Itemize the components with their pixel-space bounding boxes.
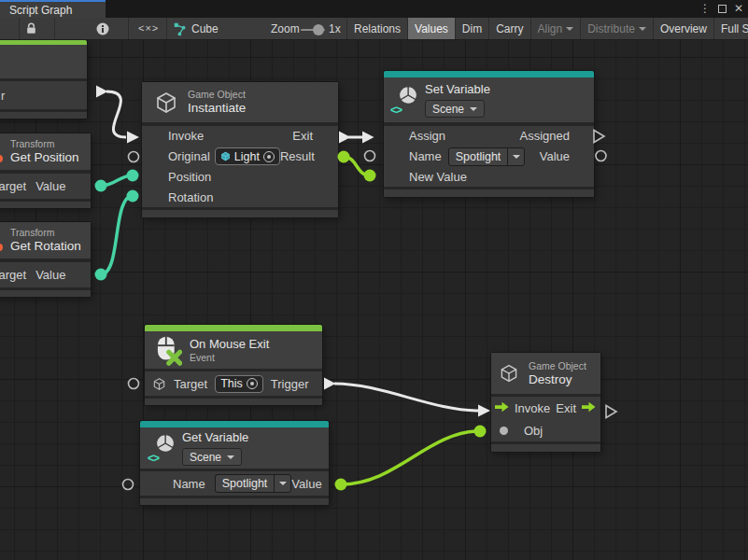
zoom-slider-knob[interactable] xyxy=(313,24,324,35)
window-tab-bar: Script Graph ⋮ ✕ xyxy=(0,0,748,18)
window-menu-icon[interactable]: ⋮ xyxy=(699,2,711,16)
port-target-input-mouseexit[interactable] xyxy=(129,379,139,389)
tab-title: Script Graph xyxy=(9,4,72,17)
variable-accent-bar xyxy=(384,71,594,77)
distribute-button[interactable]: Distribute xyxy=(580,18,653,39)
game-object-cube-icon xyxy=(154,91,178,115)
original-object-field[interactable]: Light xyxy=(215,147,280,165)
wire-exit-to-assign[interactable] xyxy=(339,132,374,144)
node-destroy[interactable]: Game Object Destroy Invoke Exit Obj xyxy=(491,353,600,452)
value-port-label: Value xyxy=(35,268,65,282)
dim-button[interactable]: Dim xyxy=(455,18,488,39)
value-port-label: Value xyxy=(35,179,65,193)
node-title: Destroy xyxy=(529,372,586,387)
target-object-field[interactable]: This xyxy=(215,375,263,393)
chevron-down-icon xyxy=(513,155,520,159)
chevron-down-icon xyxy=(227,455,234,459)
port-value-output-setvariable[interactable] xyxy=(596,151,606,161)
flow-in-arrow-icon xyxy=(495,399,509,416)
chevron-down-icon xyxy=(566,27,573,31)
relations-button[interactable]: Relations xyxy=(346,18,407,39)
align-button[interactable]: Align xyxy=(530,18,581,39)
node-header xyxy=(0,45,87,78)
exit-port-label: Exit xyxy=(292,129,313,143)
port-assigned-output[interactable] xyxy=(594,131,604,143)
zoom-label: Zoom xyxy=(271,22,300,35)
obj-port-label: Obj xyxy=(524,424,543,438)
graph-name[interactable]: Cube xyxy=(191,22,219,35)
variable-brackets-icon: <> xyxy=(148,452,159,465)
assigned-port-label: Assigned xyxy=(520,129,570,143)
node-category: Game Object xyxy=(188,89,246,101)
flow-out-arrow-icon xyxy=(582,399,596,416)
tab-active-indicator xyxy=(0,0,106,2)
original-port-label: Original xyxy=(168,149,210,163)
result-port-label: Result xyxy=(280,149,315,163)
port-name-input-getvariable[interactable] xyxy=(123,480,134,490)
trigger-port-label: Trigger xyxy=(271,377,309,391)
wire-getvariable-to-obj[interactable] xyxy=(335,426,487,491)
node-category: Game Object xyxy=(529,360,586,372)
graph-hierarchy-icon xyxy=(174,22,188,40)
close-icon[interactable]: ✕ xyxy=(734,2,743,16)
name-port-label: Name xyxy=(173,477,205,491)
exit-port-label: Exit xyxy=(556,401,576,415)
wire-result-to-newvalue[interactable] xyxy=(338,151,376,182)
node-category: Transform xyxy=(10,227,54,239)
overview-button[interactable]: Overview xyxy=(653,18,713,39)
node-get-variable[interactable]: <> Get Variable Scene Name Spotlight Val… xyxy=(140,421,329,505)
target-port-label: Target xyxy=(0,268,26,282)
mouse-exit-icon xyxy=(152,335,182,366)
object-picker-icon[interactable] xyxy=(263,151,275,162)
value-port-label: Value xyxy=(540,149,570,163)
node-title: Get Rotation xyxy=(10,239,81,254)
wire-trigger-to-invoke[interactable] xyxy=(96,86,139,144)
wire-getrotation-to-rotation[interactable] xyxy=(95,190,139,281)
zoom-value: 1x xyxy=(329,22,341,35)
variable-name-dropdown[interactable]: Spotlight xyxy=(215,474,292,493)
tab-script-graph[interactable]: Script Graph xyxy=(0,0,106,18)
event-accent-bar xyxy=(145,325,322,331)
variable-scope-dropdown[interactable]: Scene xyxy=(425,100,485,118)
invoke-port-label: Invoke xyxy=(168,129,204,143)
game-object-cube-icon xyxy=(152,377,166,391)
rotation-port-label: Rotation xyxy=(168,190,213,204)
unity-variable-icon: <> xyxy=(391,83,419,117)
variable-name-dropdown[interactable]: Spotlight xyxy=(448,147,526,166)
obj-port-dot-icon xyxy=(500,427,508,435)
node-set-variable[interactable]: <> Set Variable Scene Assign Assigned Na… xyxy=(384,71,594,197)
info-icon[interactable] xyxy=(96,22,109,39)
node-title: Get Variable xyxy=(182,430,248,445)
chevron-down-icon xyxy=(470,107,477,111)
position-port-label: Position xyxy=(168,170,211,184)
wire-getposition-to-position[interactable] xyxy=(95,170,139,192)
code-view-icon[interactable]: <×> xyxy=(138,22,159,34)
node-offscreen-event[interactable]: r xyxy=(0,40,87,119)
node-on-mouse-exit[interactable]: On Mouse Exit Event Target This Trigger xyxy=(145,325,322,405)
node-title: Get Position xyxy=(10,150,79,165)
port-exit-output-destroy[interactable] xyxy=(606,406,616,418)
node-get-position[interactable]: Transform Get Position Target Value xyxy=(0,133,91,208)
graph-canvas[interactable]: r Transform Get Position Target Value Tr… xyxy=(0,40,748,560)
node-instantiate[interactable]: Game Object Instantiate Invoke Exit Orig… xyxy=(142,82,338,217)
port-original-input[interactable] xyxy=(129,152,139,162)
carry-button[interactable]: Carry xyxy=(488,18,529,39)
variable-scope-dropdown[interactable]: Scene xyxy=(182,448,242,466)
unity-variable-icon: <> xyxy=(148,431,176,465)
node-title: Set Variable xyxy=(425,82,490,97)
port-name-input-setvariable[interactable] xyxy=(365,151,375,161)
object-picker-icon[interactable] xyxy=(247,378,258,389)
values-button[interactable]: Values xyxy=(407,18,455,39)
prefab-cube-icon xyxy=(220,151,231,161)
wire-trigger-to-destroy[interactable] xyxy=(324,378,490,417)
node-get-rotation[interactable]: Transform Get Rotation Target Value xyxy=(0,222,91,297)
toolbar-button-group: Relations Values Dim Carry Align Distrib… xyxy=(346,18,748,39)
lock-icon[interactable] xyxy=(24,21,38,39)
new-value-port-label: New Value xyxy=(409,170,467,184)
node-title: On Mouse Exit xyxy=(190,337,269,352)
fullscreen-button[interactable]: Full Screen xyxy=(713,18,748,39)
variable-accent-bar xyxy=(140,421,329,427)
name-port-label: Name xyxy=(409,149,442,163)
maximize-icon[interactable] xyxy=(718,5,727,13)
node-title: Instantiate xyxy=(188,101,246,116)
